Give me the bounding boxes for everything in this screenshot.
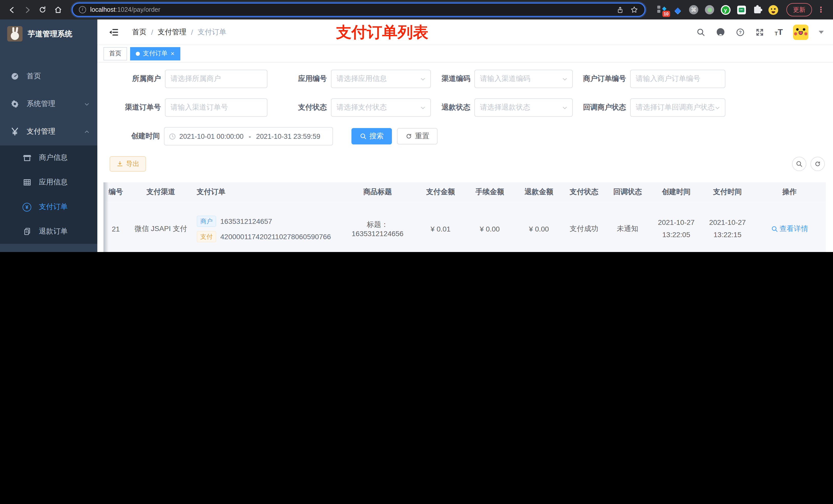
filter-group-支付状态: 支付状态请选择支付状态 bbox=[267, 98, 431, 117]
filter-label: 渠道订单号 bbox=[97, 103, 165, 112]
column-header-支付状态: 支付状态 bbox=[564, 182, 604, 202]
sidebar-item-系统管理[interactable]: 系统管理 bbox=[0, 90, 97, 118]
filter-select-退款状态[interactable]: 请选择退款状态 bbox=[474, 98, 573, 117]
sidebar-item-label: 系统管理 bbox=[27, 99, 55, 109]
filter-label: 应用编号 bbox=[267, 74, 331, 83]
url-host: localhost bbox=[90, 6, 116, 13]
merchant-order-line: 商户1635312124657 bbox=[197, 216, 337, 227]
app-logo-row[interactable]: 芋道管理系统 bbox=[0, 20, 97, 48]
logo-rabbit-image bbox=[7, 26, 23, 42]
chevron-down-icon bbox=[562, 75, 568, 82]
home-button[interactable] bbox=[51, 3, 65, 16]
filter-label: 渠道编码 bbox=[431, 74, 474, 83]
pay-order-no: 4200001174202110278060590766 bbox=[220, 233, 331, 241]
site-info-icon[interactable]: i bbox=[79, 6, 86, 13]
search-button[interactable]: 搜索 bbox=[352, 128, 392, 144]
cell-amount: ¥ 0.01 bbox=[416, 202, 465, 252]
avatar-caret-icon[interactable] bbox=[819, 30, 824, 33]
extension-command-icon[interactable]: ⌘ bbox=[689, 5, 699, 15]
column-header-商品标题: 商品标题 bbox=[339, 182, 416, 202]
show-search-toggle-button[interactable] bbox=[792, 157, 806, 171]
tab-首页[interactable]: 首页 bbox=[103, 47, 127, 60]
shop-icon bbox=[23, 153, 35, 162]
extension-emoji-icon[interactable] bbox=[768, 5, 778, 15]
forward-button[interactable] bbox=[21, 3, 34, 16]
tab-支付订单[interactable]: 支付订单× bbox=[130, 47, 180, 60]
extension-kite-icon[interactable]: ◆ bbox=[673, 5, 683, 15]
back-button[interactable] bbox=[5, 3, 19, 16]
sidebar-item-基础设施[interactable]: 基础设施 bbox=[0, 244, 97, 252]
breadcrumb-item-支付管理[interactable]: 支付管理 bbox=[158, 27, 187, 37]
close-icon[interactable]: × bbox=[171, 50, 174, 57]
reset-button[interactable]: 重置 bbox=[397, 128, 437, 144]
sidebar-item-支付订单[interactable]: ¥支付订单 bbox=[0, 195, 97, 219]
table-header-row: 编号支付渠道支付订单商品标题支付金额手续金额退款金额支付状态回调状态创建时间支付… bbox=[103, 182, 826, 202]
fullscreen-icon[interactable] bbox=[755, 27, 764, 37]
sidebar-item-商户信息[interactable]: 商户信息 bbox=[0, 145, 97, 170]
cell-title: 标题：1635312124656 bbox=[339, 202, 416, 252]
view-detail-label: 查看详情 bbox=[780, 224, 808, 234]
sidebar-item-应用信息[interactable]: 应用信息 bbox=[0, 170, 97, 195]
help-icon[interactable]: ? bbox=[736, 27, 745, 37]
grid-icon bbox=[23, 178, 35, 187]
cell-refund: ¥ 0.00 bbox=[514, 202, 564, 252]
placeholder-text: 请选择退款状态 bbox=[480, 103, 530, 112]
filter-input-商户订单编号[interactable]: 请输入商户订单编号 bbox=[630, 70, 725, 88]
sidebar-item-首页[interactable]: 首页 bbox=[0, 63, 97, 90]
breadcrumb-item-首页[interactable]: 首页 bbox=[132, 27, 146, 37]
merchant-tag: 商户 bbox=[197, 216, 216, 227]
export-button[interactable]: 导出 bbox=[110, 156, 146, 172]
filter-select-回调商户状态[interactable]: 请选择订单回调商户状态 bbox=[630, 98, 725, 117]
pay-order-line: 支付4200001174202110278060590766 bbox=[197, 231, 337, 242]
sidebar-item-label: 商户信息 bbox=[39, 153, 68, 162]
user-avatar[interactable] bbox=[793, 24, 808, 40]
refresh-table-button[interactable] bbox=[810, 157, 825, 171]
table-toolbar: 导出 bbox=[110, 156, 825, 172]
top-navbar: 首页/支付管理/支付订单 支付订单列表 ? TT bbox=[97, 20, 833, 45]
column-header-创建时间: 创建时间 bbox=[651, 182, 702, 202]
bookmark-star-icon[interactable] bbox=[630, 6, 638, 14]
extension-chat-icon[interactable] bbox=[736, 5, 746, 15]
browser-update-button[interactable]: 更新 bbox=[786, 3, 812, 16]
cell-create-time: 2021-10-27 13:22:05 bbox=[651, 202, 702, 252]
sidebar-item-退款订单[interactable]: 退款订单 bbox=[0, 219, 97, 244]
svg-text:?: ? bbox=[739, 30, 742, 34]
breadcrumb-separator: / bbox=[191, 28, 193, 36]
filter-input-渠道订单号[interactable]: 请输入渠道订单号 bbox=[165, 98, 267, 117]
font-size-icon[interactable]: TT bbox=[775, 28, 783, 36]
sidebar-fold-icon[interactable] bbox=[109, 27, 119, 37]
cell-id: 21 bbox=[103, 202, 128, 252]
github-icon[interactable] bbox=[716, 27, 725, 37]
filter-input-所属商户[interactable]: 请选择所属商户 bbox=[165, 70, 267, 88]
browser-menu-icon[interactable]: ⋮ bbox=[814, 5, 828, 14]
placeholder-text: 请选择所属商户 bbox=[171, 74, 221, 83]
address-bar[interactable]: i localhost :1024/pay/order bbox=[72, 3, 645, 17]
chevron-down-icon bbox=[562, 104, 568, 111]
column-header-支付时间: 支付时间 bbox=[702, 182, 753, 202]
reload-button[interactable] bbox=[36, 3, 49, 16]
extension-y-icon[interactable]: y bbox=[720, 5, 731, 15]
sidebar-item-支付管理[interactable]: 支付管理 bbox=[0, 118, 97, 145]
app-title: 芋道管理系统 bbox=[28, 29, 72, 39]
filter-select-渠道编码[interactable]: 请输入渠道编码 bbox=[474, 70, 573, 88]
create-time-range-input[interactable]: 2021-10-01 00:00:00 - 2021-10-31 23:59:5… bbox=[164, 127, 333, 145]
orders-table: 编号支付渠道支付订单商品标题支付金额手续金额退款金额支付状态回调状态创建时间支付… bbox=[103, 182, 828, 252]
search-icon bbox=[771, 225, 778, 233]
submenu: 商户信息应用信息¥支付订单退款订单 bbox=[0, 145, 97, 244]
search-icon[interactable] bbox=[696, 27, 706, 37]
view-detail-link[interactable]: 查看详情 bbox=[771, 224, 808, 234]
chevron-down-icon bbox=[714, 104, 721, 111]
sidebar-menu: 首页系统管理支付管理商户信息应用信息¥支付订单退款订单基础设施研发工具工作流程 bbox=[0, 48, 97, 252]
extension-puzzle-icon[interactable] bbox=[752, 5, 762, 15]
filter-group-商户订单编号: 商户订单编号请输入商户订单编号 bbox=[573, 70, 725, 88]
extension-blocks-icon[interactable]: ◆10 bbox=[657, 5, 667, 15]
extension-dot-icon[interactable] bbox=[705, 5, 715, 15]
tab-active-dot bbox=[136, 51, 140, 55]
cell-action: 查看详情 bbox=[753, 202, 826, 252]
filter-select-支付状态[interactable]: 请选择支付状态 bbox=[331, 98, 431, 117]
share-icon[interactable] bbox=[616, 6, 624, 14]
filter-select-应用编号[interactable]: 请选择应用信息 bbox=[331, 70, 431, 88]
breadcrumb-separator: / bbox=[151, 28, 153, 36]
cell-status: 支付成功 bbox=[564, 202, 604, 252]
doc-icon bbox=[23, 227, 35, 236]
